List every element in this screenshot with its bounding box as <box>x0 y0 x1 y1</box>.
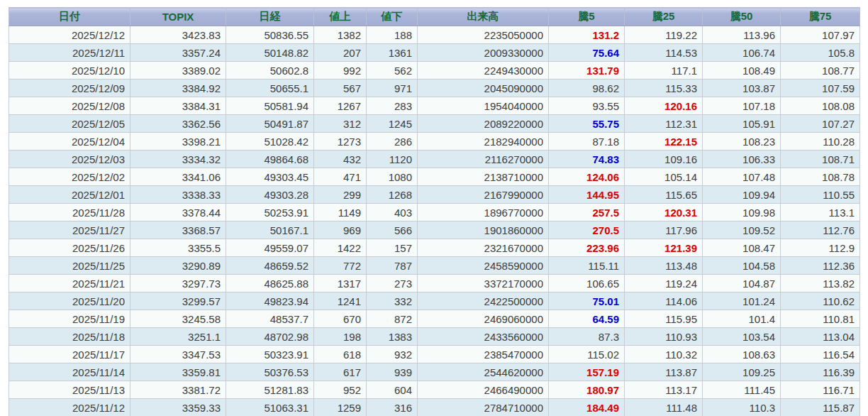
cell-topix: 3297.73 <box>130 275 226 292</box>
cell-date: 2025/12/01 <box>9 186 130 204</box>
table-row: 2025/11/283378.4450253.91114940318967700… <box>9 204 860 221</box>
cell-volume: 2138710000 <box>418 168 549 186</box>
table-row: 2025/12/013338.3349303.28299126821679900… <box>9 186 860 204</box>
cell-volume: 2167990000 <box>418 186 549 204</box>
cell-r5: 55.75 <box>549 115 625 133</box>
cell-r25: 122.15 <box>625 133 703 150</box>
table-row: 2025/12/083384.3150581.94126728319540400… <box>9 97 860 115</box>
cell-adv: 1422 <box>314 239 367 257</box>
cell-topix: 3290.89 <box>130 257 226 275</box>
cell-r50: 109.25 <box>703 363 781 381</box>
market-daily-table: 日付TOPIX日経値上値下出来高騰5騰25騰50騰75 2025/12/1234… <box>9 7 860 416</box>
cell-date: 2025/12/03 <box>9 150 130 168</box>
cell-r50: 104.58 <box>703 257 781 275</box>
cell-date: 2025/12/12 <box>9 26 130 44</box>
cell-dec: 1080 <box>367 168 418 186</box>
cell-dec: 316 <box>367 399 418 416</box>
cell-topix: 3347.53 <box>130 346 226 363</box>
cell-topix: 3355.5 <box>130 239 226 257</box>
cell-r5: 180.97 <box>549 381 625 399</box>
cell-nikkei: 50602.8 <box>226 62 314 80</box>
cell-r25: 117.96 <box>625 221 703 239</box>
cell-adv: 1273 <box>314 133 367 150</box>
cell-r25: 109.16 <box>625 150 703 168</box>
column-header-nikkei: 日経 <box>226 8 314 26</box>
cell-r50: 110.3 <box>703 399 781 416</box>
cell-date: 2025/12/10 <box>9 62 130 80</box>
cell-date: 2025/11/20 <box>9 292 130 310</box>
cell-adv: 618 <box>314 346 367 363</box>
cell-dec: 939 <box>367 363 418 381</box>
cell-r50: 101.4 <box>703 310 781 328</box>
cell-topix: 3389.02 <box>130 62 226 80</box>
column-header-topix: TOPIX <box>130 8 226 26</box>
cell-adv: 299 <box>314 186 367 204</box>
cell-topix: 3341.06 <box>130 168 226 186</box>
cell-dec: 872 <box>367 310 418 328</box>
cell-r25: 115.65 <box>625 186 703 204</box>
cell-nikkei: 50376.53 <box>226 363 314 381</box>
table-row: 2025/11/123359.3351063.31125931627847100… <box>9 399 860 416</box>
cell-r75: 107.59 <box>781 80 860 97</box>
table-row: 2025/11/193245.5848537.76708722469060000… <box>9 310 860 328</box>
table-body: 2025/12/123423.8350836.55138218822350500… <box>9 26 860 416</box>
cell-r5: 75.64 <box>549 44 625 62</box>
cell-r5: 131.2 <box>549 26 625 44</box>
column-header-r50: 騰50 <box>703 8 781 26</box>
cell-r75: 110.55 <box>781 186 860 204</box>
table-row: 2025/11/173347.5350323.91618932238547000… <box>9 346 860 363</box>
cell-adv: 198 <box>314 328 367 346</box>
cell-volume: 3372170000 <box>418 275 549 292</box>
cell-nikkei: 51028.42 <box>226 133 314 150</box>
cell-r25: 120.16 <box>625 97 703 115</box>
cell-r50: 109.94 <box>703 186 781 204</box>
cell-r5: 115.02 <box>549 346 625 363</box>
cell-r25: 121.39 <box>625 239 703 257</box>
cell-r5: 223.96 <box>549 239 625 257</box>
cell-date: 2025/12/08 <box>9 97 130 115</box>
cell-r25: 113.48 <box>625 257 703 275</box>
table-header-row: 日付TOPIX日経値上値下出来高騰5騰25騰50騰75 <box>9 8 860 26</box>
cell-volume: 1901860000 <box>418 221 549 239</box>
cell-dec: 273 <box>367 275 418 292</box>
table-row: 2025/11/253290.8948659.52772787245859000… <box>9 257 860 275</box>
cell-r50: 108.47 <box>703 239 781 257</box>
cell-nikkei: 50836.55 <box>226 26 314 44</box>
cell-volume: 2045090000 <box>418 80 549 97</box>
cell-r25: 113.17 <box>625 381 703 399</box>
cell-r25: 119.24 <box>625 275 703 292</box>
cell-r75: 110.81 <box>781 310 860 328</box>
cell-r50: 108.49 <box>703 62 781 80</box>
cell-adv: 1149 <box>314 204 367 221</box>
cell-r50: 105.91 <box>703 115 781 133</box>
cell-dec: 1245 <box>367 115 418 133</box>
table-row: 2025/12/043398.2151028.42127328621829400… <box>9 133 860 150</box>
cell-r25: 120.31 <box>625 204 703 221</box>
cell-dec: 604 <box>367 381 418 399</box>
table-row: 2025/11/143359.8150376.53617939254462000… <box>9 363 860 381</box>
cell-r75: 105.8 <box>781 44 860 62</box>
cell-r75: 113.04 <box>781 328 860 346</box>
cell-adv: 969 <box>314 221 367 239</box>
column-header-adv: 値上 <box>314 8 367 26</box>
cell-nikkei: 50253.91 <box>226 204 314 221</box>
cell-topix: 3398.21 <box>130 133 226 150</box>
cell-date: 2025/11/27 <box>9 221 130 239</box>
cell-nikkei: 50148.82 <box>226 44 314 62</box>
cell-r75: 110.28 <box>781 133 860 150</box>
cell-topix: 3378.44 <box>130 204 226 221</box>
cell-date: 2025/12/04 <box>9 133 130 150</box>
cell-nikkei: 49864.68 <box>226 150 314 168</box>
cell-adv: 471 <box>314 168 367 186</box>
cell-r50: 111.45 <box>703 381 781 399</box>
cell-r75: 116.39 <box>781 363 860 381</box>
cell-adv: 617 <box>314 363 367 381</box>
cell-r50: 106.74 <box>703 44 781 62</box>
cell-volume: 2321670000 <box>418 239 549 257</box>
cell-date: 2025/11/18 <box>9 328 130 346</box>
cell-date: 2025/12/02 <box>9 168 130 186</box>
cell-nikkei: 50491.87 <box>226 115 314 133</box>
cell-dec: 1383 <box>367 328 418 346</box>
cell-r5: 270.5 <box>549 221 625 239</box>
cell-dec: 1268 <box>367 186 418 204</box>
